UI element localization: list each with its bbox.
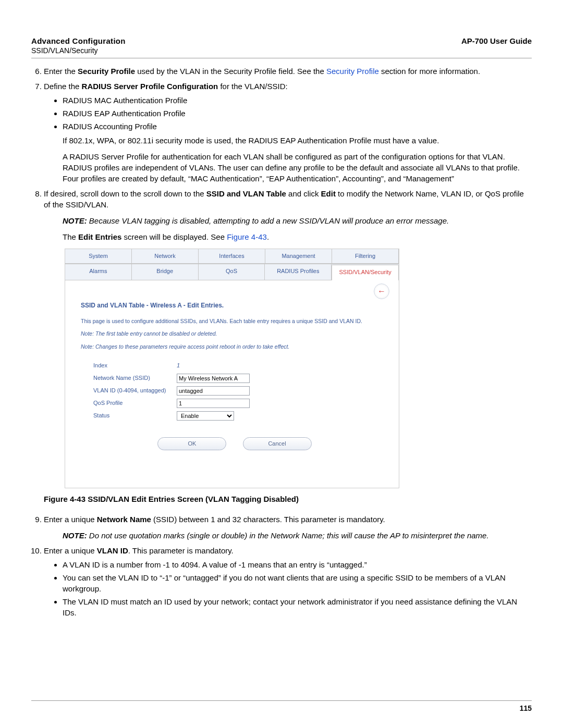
- figure-caption: Figure 4-43 SSID/VLAN Edit Entries Scree…: [44, 493, 532, 504]
- step10-bullet-1: A VLAN ID is a number from -1 to 4094. A…: [63, 559, 532, 570]
- header-subsection: SSID/VLAN/Security: [31, 46, 532, 55]
- ssid-input[interactable]: [177, 374, 250, 383]
- page-number: 115: [31, 704, 532, 712]
- step6-prefix: Enter the: [44, 67, 78, 76]
- security-profile-link[interactable]: Security Profile: [326, 67, 379, 76]
- tab-system[interactable]: System: [65, 249, 132, 264]
- status-label: Status: [93, 412, 177, 419]
- qos-profile-input[interactable]: [177, 399, 250, 408]
- ok-button[interactable]: OK: [157, 437, 226, 450]
- step-9: Enter a unique Network Name (SSID) betwe…: [44, 514, 532, 541]
- tab-qos[interactable]: QoS: [199, 264, 265, 279]
- footer-divider: [31, 700, 532, 701]
- step9-b: Network Name: [97, 515, 151, 524]
- step6-suffix: section for more information.: [379, 67, 480, 76]
- step-8: If desired, scroll down to the scroll do…: [44, 188, 532, 504]
- step10-a: Enter a unique: [44, 546, 97, 555]
- step7-bullet-2: RADIUS EAP Authentication Profile: [63, 108, 532, 119]
- tab-management[interactable]: Management: [265, 249, 332, 264]
- step10-bullet-3: The VLAN ID must match an ID used by you…: [63, 596, 532, 618]
- step7-bold: RADIUS Server Profile Configuration: [82, 82, 218, 91]
- header-guide-title: AP-700 User Guide: [461, 36, 532, 45]
- vlan-id-input[interactable]: [177, 386, 250, 396]
- figure-4-43-link[interactable]: Figure 4-43: [227, 232, 267, 241]
- tab-network[interactable]: Network: [132, 249, 199, 264]
- step7-suffix: for the VLAN/SSID:: [218, 82, 287, 91]
- step8-p1a: If desired, scroll down to the scroll do…: [44, 189, 206, 198]
- panel-title: SSID and VLAN Table - Wireless A - Edit …: [81, 301, 388, 310]
- step6-mid: used by the VLAN in the Security Profile…: [135, 67, 326, 76]
- step8-p2d: .: [267, 232, 269, 241]
- step10-bullet-2: You can set the VLAN ID to “-1” or “unta…: [63, 572, 532, 594]
- step-10: Enter a unique VLAN ID. This parameter i…: [44, 545, 532, 618]
- step8-p1d: Edit: [321, 189, 336, 198]
- step10-b: VLAN ID: [97, 546, 128, 555]
- tab-ssid-vlan-security[interactable]: SSID/VLAN/Security: [332, 265, 399, 280]
- step9-a: Enter a unique: [44, 515, 97, 524]
- ssid-label: Network Name (SSID): [93, 374, 177, 382]
- index-label: Index: [93, 362, 177, 369]
- header-divider: [31, 58, 532, 58]
- step9-c: (SSID) between 1 and 32 characters. This…: [151, 515, 385, 524]
- cancel-button[interactable]: Cancel: [243, 437, 312, 450]
- panel-desc: This page is used to configure additiona…: [81, 317, 388, 325]
- step-6: Enter the Security Profile used by the V…: [44, 66, 532, 77]
- step8-p2a: The: [63, 232, 78, 241]
- step6-bold: Security Profile: [78, 67, 135, 76]
- step7-bullet-1: RADIUS MAC Authentication Profile: [63, 95, 532, 106]
- qos-profile-label: QoS Profile: [93, 399, 177, 407]
- status-select[interactable]: Enable: [177, 411, 234, 421]
- tab-filtering[interactable]: Filtering: [332, 249, 399, 264]
- tab-bridge[interactable]: Bridge: [132, 264, 199, 279]
- step10-c: . This parameter is mandatory.: [128, 546, 234, 555]
- step8-p2b: Edit Entries: [78, 232, 121, 241]
- tab-interfaces[interactable]: Interfaces: [199, 249, 265, 264]
- step7-bullet-3: RADIUS Accounting Profile: [63, 121, 532, 132]
- header-section-title: Advanced Configuration: [31, 36, 126, 45]
- panel-note-1: Note: The first table entry cannot be di…: [81, 330, 388, 338]
- tab-radius-profiles[interactable]: RADIUS Profiles: [265, 264, 332, 279]
- step7-prefix: Define the: [44, 82, 82, 91]
- edit-entries-screenshot: System Network Interfaces Management Fil…: [65, 249, 399, 488]
- step8-p1b: SSID and VLAN Table: [206, 189, 286, 198]
- step8-note-label: NOTE:: [63, 216, 87, 225]
- back-arrow-icon[interactable]: ←: [374, 283, 389, 299]
- step8-p1c: and click: [286, 189, 321, 198]
- tab-alarms[interactable]: Alarms: [65, 264, 132, 279]
- step9-note-label: NOTE:: [63, 531, 87, 540]
- step8-note-body: Because VLAN tagging is disabled, attemp…: [87, 216, 449, 225]
- vlan-id-label: VLAN ID (0-4094, untagged): [93, 387, 177, 394]
- step7-para2: A RADIUS Server Profile for authenticati…: [63, 151, 532, 184]
- step9-note-body: Do not use quotation marks (single or do…: [87, 531, 489, 540]
- panel-note-2: Note: Changes to these parameters requir…: [81, 343, 388, 351]
- index-value: 1: [177, 362, 180, 369]
- step8-p2c: screen will be displayed. See: [121, 232, 227, 241]
- step7-para1: If 802.1x, WPA, or 802.11i security mode…: [63, 135, 532, 146]
- step-7: Define the RADIUS Server Profile Configu…: [44, 81, 532, 184]
